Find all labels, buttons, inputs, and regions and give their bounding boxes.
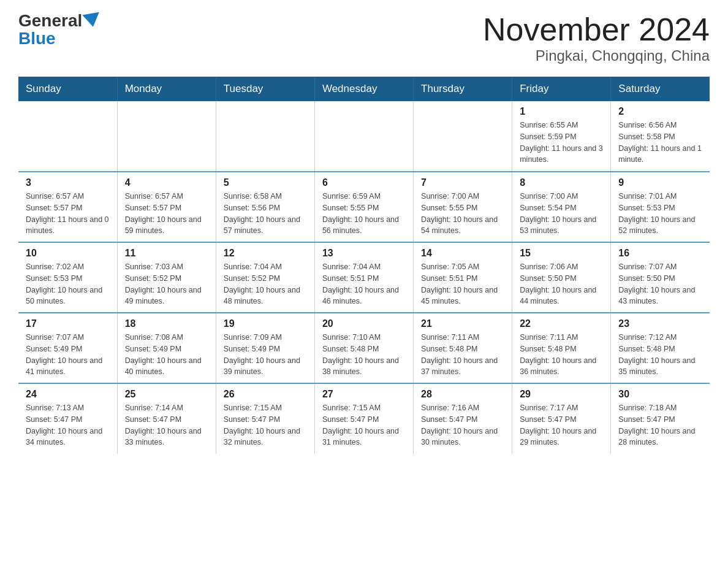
day-number: 11 — [125, 248, 208, 259]
calendar-table: SundayMondayTuesdayWednesdayThursdayFrid… — [18, 77, 710, 454]
weekday-header-saturday: Saturday — [611, 77, 710, 101]
day-info: Sunrise: 7:04 AMSunset: 5:51 PMDaylight:… — [322, 261, 406, 307]
calendar-cell: 18Sunrise: 7:08 AMSunset: 5:49 PMDayligh… — [117, 313, 216, 383]
day-number: 14 — [421, 248, 504, 259]
day-info: Sunrise: 7:13 AMSunset: 5:47 PMDaylight:… — [26, 402, 110, 448]
calendar-cell: 5Sunrise: 6:58 AMSunset: 5:56 PMDaylight… — [216, 172, 314, 242]
week-row-4: 17Sunrise: 7:07 AMSunset: 5:49 PMDayligh… — [18, 313, 710, 383]
calendar-cell: 20Sunrise: 7:10 AMSunset: 5:48 PMDayligh… — [314, 313, 413, 383]
day-number: 8 — [520, 177, 603, 188]
day-info: Sunrise: 7:15 AMSunset: 5:47 PMDaylight:… — [224, 402, 307, 448]
week-row-2: 3Sunrise: 6:57 AMSunset: 5:57 PMDaylight… — [18, 172, 710, 242]
day-number: 16 — [618, 248, 702, 259]
day-number: 9 — [618, 177, 702, 188]
day-info: Sunrise: 7:04 AMSunset: 5:52 PMDaylight:… — [224, 261, 307, 307]
weekday-header-tuesday: Tuesday — [216, 77, 314, 101]
calendar-cell: 8Sunrise: 7:00 AMSunset: 5:54 PMDaylight… — [512, 172, 611, 242]
day-number: 19 — [224, 318, 307, 329]
day-number: 30 — [618, 389, 702, 400]
day-number: 23 — [618, 318, 702, 329]
calendar-cell: 15Sunrise: 7:06 AMSunset: 5:50 PMDayligh… — [512, 242, 611, 313]
day-info: Sunrise: 7:06 AMSunset: 5:50 PMDaylight:… — [520, 261, 603, 307]
calendar-cell: 17Sunrise: 7:07 AMSunset: 5:49 PMDayligh… — [18, 313, 117, 383]
weekday-header-row: SundayMondayTuesdayWednesdayThursdayFrid… — [18, 77, 710, 101]
day-info: Sunrise: 6:57 AMSunset: 5:57 PMDaylight:… — [26, 191, 110, 237]
day-info: Sunrise: 7:08 AMSunset: 5:49 PMDaylight:… — [125, 332, 208, 378]
day-info: Sunrise: 7:02 AMSunset: 5:53 PMDaylight:… — [26, 261, 110, 307]
day-info: Sunrise: 7:00 AMSunset: 5:54 PMDaylight:… — [520, 191, 603, 237]
day-info: Sunrise: 6:55 AMSunset: 5:59 PMDaylight:… — [520, 120, 603, 166]
day-number: 28 — [421, 389, 504, 400]
calendar-cell: 26Sunrise: 7:15 AMSunset: 5:47 PMDayligh… — [216, 383, 314, 454]
day-number: 1 — [520, 106, 603, 117]
day-info: Sunrise: 6:56 AMSunset: 5:58 PMDaylight:… — [618, 120, 702, 166]
title-block: November 2024 Pingkai, Chongqing, China — [483, 12, 710, 64]
day-number: 27 — [322, 389, 406, 400]
day-info: Sunrise: 7:00 AMSunset: 5:55 PMDaylight:… — [421, 191, 504, 237]
calendar-cell: 6Sunrise: 6:59 AMSunset: 5:55 PMDaylight… — [314, 172, 413, 242]
calendar-cell: 1Sunrise: 6:55 AMSunset: 5:59 PMDaylight… — [512, 101, 611, 172]
calendar-cell: 28Sunrise: 7:16 AMSunset: 5:47 PMDayligh… — [414, 383, 512, 454]
day-number: 22 — [520, 318, 603, 329]
calendar-title: November 2024 — [483, 12, 710, 47]
day-number: 2 — [618, 106, 702, 117]
calendar-cell: 12Sunrise: 7:04 AMSunset: 5:52 PMDayligh… — [216, 242, 314, 313]
day-info: Sunrise: 7:03 AMSunset: 5:52 PMDaylight:… — [125, 261, 208, 307]
calendar-cell: 21Sunrise: 7:11 AMSunset: 5:48 PMDayligh… — [414, 313, 512, 383]
day-info: Sunrise: 6:57 AMSunset: 5:57 PMDaylight:… — [125, 191, 208, 237]
day-number: 5 — [224, 177, 307, 188]
day-number: 24 — [26, 389, 110, 400]
day-number: 25 — [125, 389, 208, 400]
day-info: Sunrise: 7:18 AMSunset: 5:47 PMDaylight:… — [618, 402, 702, 448]
calendar-cell: 13Sunrise: 7:04 AMSunset: 5:51 PMDayligh… — [314, 242, 413, 313]
weekday-header-thursday: Thursday — [414, 77, 512, 101]
day-number: 29 — [520, 389, 603, 400]
calendar-cell — [414, 101, 512, 172]
calendar-cell: 4Sunrise: 6:57 AMSunset: 5:57 PMDaylight… — [117, 172, 216, 242]
calendar-cell — [216, 101, 314, 172]
weekday-header-friday: Friday — [512, 77, 611, 101]
calendar-cell: 2Sunrise: 6:56 AMSunset: 5:58 PMDaylight… — [611, 101, 710, 172]
calendar-cell: 14Sunrise: 7:05 AMSunset: 5:51 PMDayligh… — [414, 242, 512, 313]
day-number: 21 — [421, 318, 504, 329]
day-info: Sunrise: 7:05 AMSunset: 5:51 PMDaylight:… — [421, 261, 504, 307]
day-number: 7 — [421, 177, 504, 188]
calendar-cell: 10Sunrise: 7:02 AMSunset: 5:53 PMDayligh… — [18, 242, 117, 313]
calendar-cell: 29Sunrise: 7:17 AMSunset: 5:47 PMDayligh… — [512, 383, 611, 454]
page-header: General Blue November 2024 Pingkai, Chon… — [18, 12, 710, 64]
day-info: Sunrise: 7:09 AMSunset: 5:49 PMDaylight:… — [224, 332, 307, 378]
day-info: Sunrise: 7:17 AMSunset: 5:47 PMDaylight:… — [520, 402, 603, 448]
logo: General Blue — [18, 12, 100, 48]
calendar-cell: 27Sunrise: 7:15 AMSunset: 5:47 PMDayligh… — [314, 383, 413, 454]
weekday-header-monday: Monday — [117, 77, 216, 101]
calendar-cell: 7Sunrise: 7:00 AMSunset: 5:55 PMDaylight… — [414, 172, 512, 242]
day-info: Sunrise: 7:15 AMSunset: 5:47 PMDaylight:… — [322, 402, 406, 448]
weekday-header-wednesday: Wednesday — [314, 77, 413, 101]
calendar-cell — [314, 101, 413, 172]
calendar-cell: 16Sunrise: 7:07 AMSunset: 5:50 PMDayligh… — [611, 242, 710, 313]
day-info: Sunrise: 7:11 AMSunset: 5:48 PMDaylight:… — [520, 332, 603, 378]
day-number: 6 — [322, 177, 406, 188]
calendar-cell — [117, 101, 216, 172]
week-row-5: 24Sunrise: 7:13 AMSunset: 5:47 PMDayligh… — [18, 383, 710, 454]
calendar-cell: 25Sunrise: 7:14 AMSunset: 5:47 PMDayligh… — [117, 383, 216, 454]
calendar-cell: 9Sunrise: 7:01 AMSunset: 5:53 PMDaylight… — [611, 172, 710, 242]
day-info: Sunrise: 7:11 AMSunset: 5:48 PMDaylight:… — [421, 332, 504, 378]
day-info: Sunrise: 7:07 AMSunset: 5:50 PMDaylight:… — [618, 261, 702, 307]
day-number: 13 — [322, 248, 406, 259]
calendar-cell: 3Sunrise: 6:57 AMSunset: 5:57 PMDaylight… — [18, 172, 117, 242]
weekday-header-sunday: Sunday — [18, 77, 117, 101]
calendar-cell: 19Sunrise: 7:09 AMSunset: 5:49 PMDayligh… — [216, 313, 314, 383]
logo-triangle-icon — [83, 12, 102, 29]
day-number: 15 — [520, 248, 603, 259]
day-info: Sunrise: 6:59 AMSunset: 5:55 PMDaylight:… — [322, 191, 406, 237]
day-number: 20 — [322, 318, 406, 329]
logo-general-text: General — [18, 12, 82, 29]
calendar-cell — [18, 101, 117, 172]
day-info: Sunrise: 7:10 AMSunset: 5:48 PMDaylight:… — [322, 332, 406, 378]
calendar-cell: 23Sunrise: 7:12 AMSunset: 5:48 PMDayligh… — [611, 313, 710, 383]
day-info: Sunrise: 7:01 AMSunset: 5:53 PMDaylight:… — [618, 191, 702, 237]
day-info: Sunrise: 7:07 AMSunset: 5:49 PMDaylight:… — [26, 332, 110, 378]
day-info: Sunrise: 7:16 AMSunset: 5:47 PMDaylight:… — [421, 402, 504, 448]
day-number: 4 — [125, 177, 208, 188]
